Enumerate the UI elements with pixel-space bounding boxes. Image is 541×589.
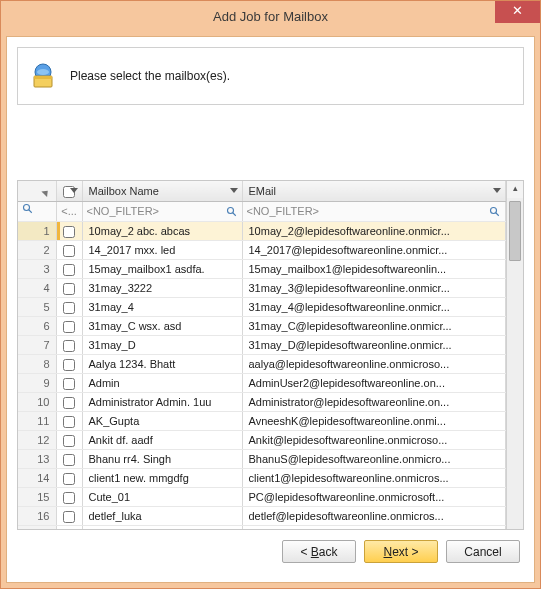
table-row[interactable]: 15Cute_01PC@lepidesoftwareonline.onmicro… <box>18 487 506 506</box>
table-row[interactable]: 11AK_GuptaAvneeshK@lepidesoftwareonline.… <box>18 411 506 430</box>
svg-line-8 <box>496 212 499 215</box>
table-row[interactable]: 12Ankit df. aadfAnkit@lepidesoftwareonli… <box>18 430 506 449</box>
close-button[interactable]: ✕ <box>495 1 540 23</box>
scroll-thumb[interactable] <box>509 201 521 261</box>
row-email: 31may_3@lepidesoftwareonline.onmicr... <box>242 278 506 297</box>
cancel-button[interactable]: Cancel <box>446 540 520 563</box>
row-checkbox[interactable] <box>63 435 75 447</box>
row-check-cell[interactable] <box>56 449 82 468</box>
row-email: PC@lepidesoftwareonline.onmicrosoft... <box>242 487 506 506</box>
row-check-cell[interactable] <box>56 354 82 373</box>
row-check-cell[interactable] <box>56 335 82 354</box>
row-check-cell[interactable] <box>56 240 82 259</box>
row-check-cell[interactable] <box>56 221 82 240</box>
wizard-button-row: < Back Next > Cancel <box>17 530 524 563</box>
table-row[interactable]: 631may_C wsx. asd31may_C@lepidesoftwareo… <box>18 316 506 335</box>
row-checkbox[interactable] <box>63 473 75 485</box>
row-checkbox[interactable] <box>63 283 75 295</box>
row-number: 5 <box>18 297 56 316</box>
row-mailbox-name: Ankit df. aadf <box>82 430 242 449</box>
row-checkbox[interactable] <box>63 378 75 390</box>
mailbox-table: Mailbox Name EMail <box>18 181 506 530</box>
row-check-cell[interactable] <box>56 411 82 430</box>
row-check-cell[interactable] <box>56 297 82 316</box>
row-check-cell[interactable] <box>56 316 82 335</box>
table-row[interactable]: 8Aalya 1234. Bhattaalya@lepidesoftwareon… <box>18 354 506 373</box>
row-email: Administrator@lepidesoftwareonline.on... <box>242 392 506 411</box>
row-check-cell[interactable] <box>56 430 82 449</box>
dropdown-icon <box>493 188 501 193</box>
row-number: 3 <box>18 259 56 278</box>
row-checkbox[interactable] <box>63 492 75 504</box>
table-filter-row: <... <NO_FILTER> <NO_FILTER> <box>18 201 506 221</box>
sort-indicator-icon <box>41 188 50 197</box>
row-checkbox[interactable] <box>63 245 75 257</box>
row-checkbox[interactable] <box>63 416 75 428</box>
row-email: AvneeshK@lepidesoftwareonline.onmi... <box>242 411 506 430</box>
row-checkbox[interactable] <box>63 359 75 371</box>
row-mailbox-name: Aalya 1234. Bhatt <box>82 354 242 373</box>
row-mailbox-name: Bhanu rr4. Singh <box>82 449 242 468</box>
vertical-scrollbar[interactable]: ▴ ▾ <box>506 181 523 530</box>
header-mailbox-name[interactable]: Mailbox Name <box>82 181 242 201</box>
header-email[interactable]: EMail <box>242 181 506 201</box>
row-check-cell[interactable] <box>56 487 82 506</box>
row-checkbox[interactable] <box>63 264 75 276</box>
table-row[interactable]: 731may_D31may_D@lepidesoftwareonline.onm… <box>18 335 506 354</box>
row-number: 6 <box>18 316 56 335</box>
table-row[interactable]: 13Bhanu rr4. SinghBhanuS@lepidesoftwareo… <box>18 449 506 468</box>
row-check-cell[interactable] <box>56 373 82 392</box>
filter-check[interactable]: <... <box>56 201 82 221</box>
row-checkbox[interactable] <box>63 340 75 352</box>
next-button[interactable]: Next > <box>364 540 438 563</box>
search-icon <box>22 203 34 215</box>
row-email: 31may_C@lepidesoftwareonline.onmicr... <box>242 316 506 335</box>
row-number: 10 <box>18 392 56 411</box>
row-mailbox-name: 31may_D <box>82 335 242 354</box>
svg-rect-2 <box>34 76 52 79</box>
row-email: AdminUser2@lepidesoftwareonline.on... <box>242 373 506 392</box>
svg-point-3 <box>24 205 30 211</box>
row-checkbox[interactable] <box>63 397 75 409</box>
row-checkbox[interactable] <box>63 454 75 466</box>
filter-mailbox-name[interactable]: <NO_FILTER> <box>82 201 242 221</box>
row-check-cell[interactable] <box>56 392 82 411</box>
table-row[interactable]: 9AdminAdminUser2@lepidesoftwareonline.on… <box>18 373 506 392</box>
header-select-all[interactable] <box>56 181 82 201</box>
row-email: 15may_mailbox1@lepidesoftwareonlin... <box>242 259 506 278</box>
table-row[interactable]: 14client1 new. mmgdfgclient1@lepidesoftw… <box>18 468 506 487</box>
filter-rownum[interactable] <box>18 201 56 221</box>
row-check-cell[interactable] <box>56 278 82 297</box>
row-checkbox[interactable] <box>63 302 75 314</box>
row-email: 31may_D@lepidesoftwareonline.onmicr... <box>242 335 506 354</box>
table-row[interactable]: 214_2017 mxx. led14_2017@lepidesoftwareo… <box>18 240 506 259</box>
back-button[interactable]: < Back <box>282 540 356 563</box>
row-checkbox[interactable] <box>63 511 75 523</box>
table-row[interactable]: 10Administrator Admin. 1uuAdministrator@… <box>18 392 506 411</box>
row-checkbox[interactable] <box>63 321 75 333</box>
row-mailbox-name: 31may_C wsx. asd <box>82 316 242 335</box>
header-rownum[interactable] <box>18 181 56 201</box>
row-checkbox[interactable] <box>63 226 75 238</box>
table-row[interactable]: 315may_mailbox1 asdfa.15may_mailbox1@lep… <box>18 259 506 278</box>
table-row[interactable]: 16detlef_lukadetlef@lepidesoftwareonline… <box>18 506 506 525</box>
svg-point-7 <box>491 207 497 213</box>
row-email: 14_2017@lepidesoftwareonline.onmicr... <box>242 240 506 259</box>
scroll-up-button[interactable]: ▴ <box>507 181 523 198</box>
row-email: 10may_2@lepidesoftwareonline.onmicr... <box>242 221 506 240</box>
row-number: 4 <box>18 278 56 297</box>
row-mailbox-name: Admin <box>82 373 242 392</box>
row-mailbox-name: 31may_3222 <box>82 278 242 297</box>
row-number: 2 <box>18 240 56 259</box>
back-button-label: < Back <box>300 545 337 559</box>
filter-email-text: <NO_FILTER> <box>247 205 320 217</box>
table-row[interactable]: 110may_2 abc. abcas10may_2@lepidesoftwar… <box>18 221 506 240</box>
row-mailbox-name: detlef_luka <box>82 506 242 525</box>
row-check-cell[interactable] <box>56 468 82 487</box>
row-email: BhanuS@lepidesoftwareonline.onmicro... <box>242 449 506 468</box>
filter-email[interactable]: <NO_FILTER> <box>242 201 506 221</box>
row-check-cell[interactable] <box>56 259 82 278</box>
table-row[interactable]: 531may_431may_4@lepidesoftwareonline.onm… <box>18 297 506 316</box>
table-row[interactable]: 431may_322231may_3@lepidesoftwareonline.… <box>18 278 506 297</box>
row-check-cell[interactable] <box>56 506 82 525</box>
